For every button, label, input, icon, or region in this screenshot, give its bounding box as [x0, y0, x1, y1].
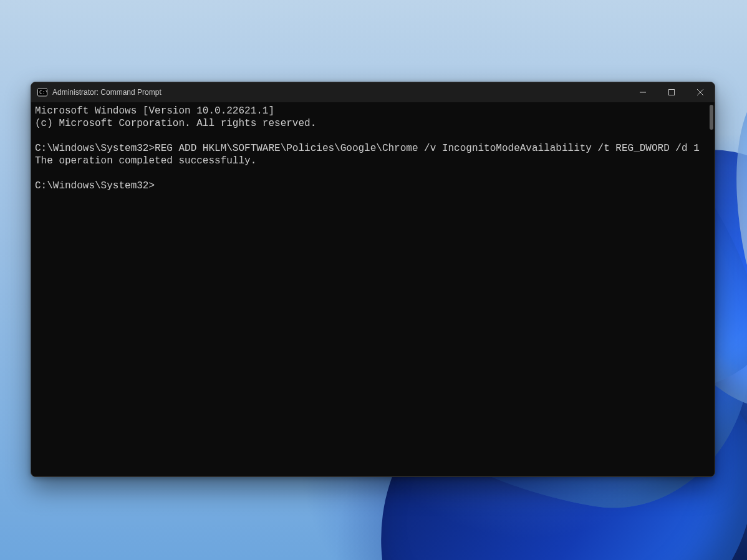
close-button[interactable]: [686, 82, 715, 102]
minimize-button[interactable]: [629, 82, 657, 102]
terminal-line: (c) Microsoft Corporation. All rights re…: [35, 117, 702, 130]
titlebar[interactable]: C:\ Administrator: Command Prompt: [31, 82, 715, 102]
cmd-icon: C:\: [37, 87, 47, 97]
scrollbar-thumb[interactable]: [710, 105, 713, 130]
scrollbar-track[interactable]: [707, 102, 715, 476]
terminal-line: The operation completed successfully.: [35, 155, 702, 167]
terminal-line: C:\Windows\System32>REG ADD HKLM\SOFTWAR…: [35, 142, 702, 155]
svg-rect-2: [669, 90, 675, 95]
terminal-line: [35, 167, 702, 180]
window-title: Administrator: Command Prompt: [52, 88, 161, 97]
terminal-line: Microsoft Windows [Version 10.0.22621.1]: [35, 105, 702, 117]
maximize-button[interactable]: [657, 82, 686, 102]
terminal-area: Microsoft Windows [Version 10.0.22621.1]…: [31, 102, 715, 476]
terminal-line: [35, 130, 702, 142]
terminal-output[interactable]: Microsoft Windows [Version 10.0.22621.1]…: [31, 102, 707, 476]
svg-text:C:\: C:\: [39, 90, 47, 95]
command-prompt-window[interactable]: C:\ Administrator: Command Prompt Micros…: [31, 82, 715, 477]
terminal-line: C:\Windows\System32>: [35, 180, 702, 192]
